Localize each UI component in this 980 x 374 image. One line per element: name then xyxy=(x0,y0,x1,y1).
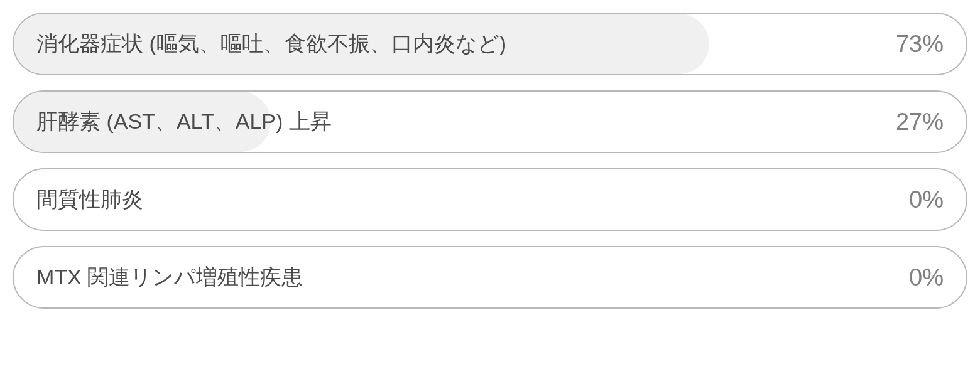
poll-chart-container: 消化器症状 (嘔気、嘔吐、食欲不振、口内炎など) 73% 肝酵素 (AST、AL… xyxy=(13,13,967,309)
poll-option-value: 0% xyxy=(909,186,966,213)
poll-option-bar: 消化器症状 (嘔気、嘔吐、食欲不振、口内炎など) 73% xyxy=(13,13,967,75)
poll-option-bar: MTX 関連リンパ増殖性疾患 0% xyxy=(13,246,967,309)
poll-option-value: 27% xyxy=(896,109,966,136)
poll-option-value: 73% xyxy=(896,31,966,58)
poll-option-label: 間質性肺炎 xyxy=(14,185,909,214)
poll-option-label: MTX 関連リンパ増殖性疾患 xyxy=(14,263,909,292)
poll-option-label: 消化器症状 (嘔気、嘔吐、食欲不振、口内炎など) xyxy=(14,29,896,58)
poll-option-bar: 肝酵素 (AST、ALT、ALP) 上昇 27% xyxy=(13,90,967,153)
poll-option-value: 0% xyxy=(909,264,966,291)
poll-option-bar: 間質性肺炎 0% xyxy=(13,168,967,231)
poll-option-label: 肝酵素 (AST、ALT、ALP) 上昇 xyxy=(14,107,896,136)
